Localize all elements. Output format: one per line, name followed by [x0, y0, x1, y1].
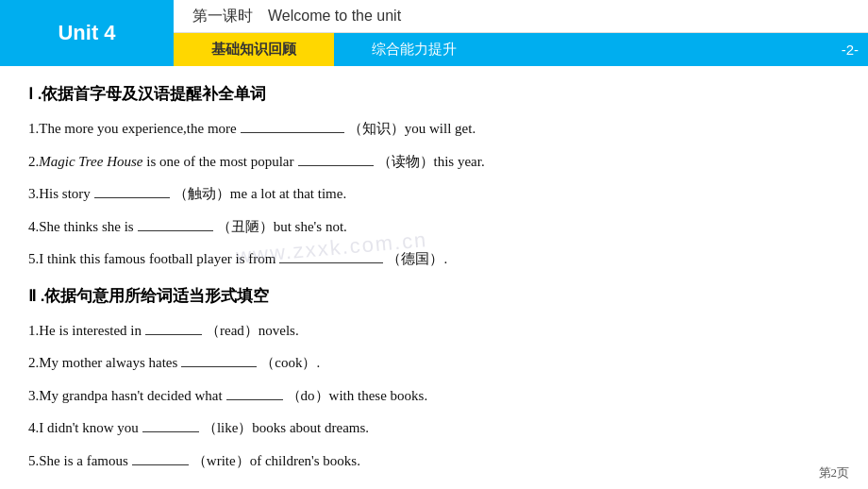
blank-s2-5[interactable]	[132, 448, 189, 465]
blank-4[interactable]	[138, 214, 213, 231]
blank-s2-3[interactable]	[226, 383, 283, 400]
lesson-title-bar: 第一课时 Welcome to the unit	[174, 0, 868, 33]
blank-2[interactable]	[298, 149, 374, 166]
blank-s2-1[interactable]	[145, 318, 202, 335]
list-item: 2.Magic Tree House is one of the most po…	[28, 149, 840, 175]
blank-s2-4[interactable]	[142, 415, 199, 432]
list-item: 1.He is interested in （read）novels.	[28, 318, 840, 344]
section1-title: Ⅰ .依据首字母及汉语提醒补全单词	[28, 83, 840, 105]
lesson-label: 第一课时	[192, 7, 253, 26]
list-item: 4.I didn't know you （like）books about dr…	[28, 415, 840, 441]
content-area: www.zxxk.com.cn Ⅰ .依据首字母及汉语提醒补全单词 1.The …	[0, 66, 868, 489]
list-item: 2.My mother always hates （cook）.	[28, 350, 840, 376]
header: Unit 4 第一课时 Welcome to the unit 基础知识回顾 综…	[0, 0, 868, 66]
page-bottom-label: 第2页	[819, 464, 850, 481]
blank-5[interactable]	[279, 246, 383, 263]
blank-3[interactable]	[94, 181, 170, 198]
list-item: 4.She thinks she is （丑陋）but she's not.	[28, 214, 840, 240]
blank-1[interactable]	[241, 116, 344, 133]
list-item: 5.She is a famous （write）of children's b…	[28, 448, 840, 474]
list-item: 5.I think this famous football player is…	[28, 246, 840, 272]
blank-s2-2[interactable]	[181, 350, 257, 367]
unit-label: Unit 4	[58, 21, 115, 45]
welcome-label: Welcome to the unit	[268, 8, 401, 25]
list-item: 3.My grandpa hasn't decided what （do）wit…	[28, 383, 840, 409]
section2-title: Ⅱ .依据句意用所给词适当形式填空	[28, 285, 840, 307]
page-number: -2-	[842, 33, 868, 66]
header-right: 第一课时 Welcome to the unit 基础知识回顾 综合能力提升 -…	[174, 0, 868, 66]
unit-badge: Unit 4	[0, 0, 174, 66]
tab-basics[interactable]: 基础知识回顾	[174, 33, 334, 66]
tab-comprehensive[interactable]: 综合能力提升	[334, 33, 494, 66]
tabs-bar: 基础知识回顾 综合能力提升 -2-	[174, 33, 868, 66]
list-item: 1.The more you experience,the more （知识）y…	[28, 116, 840, 142]
list-item: 3.His story （触动）me a lot at that time.	[28, 181, 840, 207]
